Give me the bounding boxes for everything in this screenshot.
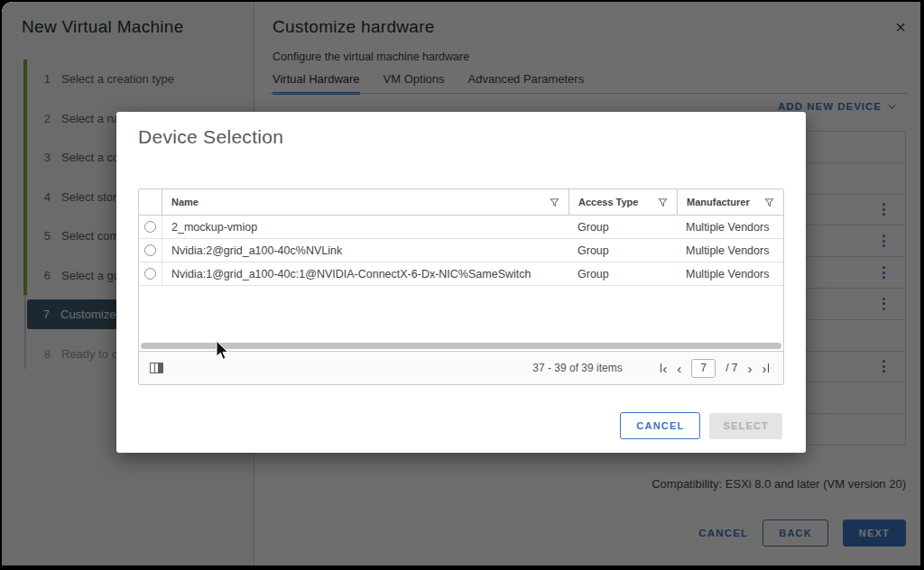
- device-manufacturer: Multiple Vendors: [677, 268, 783, 280]
- last-page-button[interactable]: ›: [762, 362, 770, 375]
- first-page-button[interactable]: ‹: [661, 362, 668, 375]
- column-settings-icon[interactable]: [150, 363, 163, 373]
- device-name: Nvidia:2@grid_a100-40c%NVLink: [171, 244, 559, 257]
- dialog-select-button[interactable]: SELECT: [709, 413, 782, 439]
- radio-button[interactable]: [144, 244, 156, 256]
- app-window: New Virtual Machine 1 Select a creation …: [2, 2, 920, 565]
- device-name: 2_mockup-vmiop: [171, 221, 559, 234]
- column-header-manufacturer: Manufacturer: [677, 189, 783, 215]
- horizontal-scrollbar[interactable]: [141, 343, 781, 349]
- radio-button[interactable]: [144, 268, 156, 280]
- page-total: / 7: [725, 362, 737, 374]
- column-header-access-type: Access Type: [568, 189, 677, 215]
- radio-button[interactable]: [144, 221, 156, 233]
- filter-icon[interactable]: [658, 198, 668, 207]
- device-manufacturer: Multiple Vendors: [677, 221, 783, 234]
- items-count: 37 - 39 of 39 items: [532, 362, 622, 374]
- device-access-type: Group: [568, 244, 677, 257]
- prev-page-button[interactable]: ‹: [677, 362, 681, 375]
- filter-icon[interactable]: [764, 198, 774, 207]
- filter-icon[interactable]: [550, 198, 559, 207]
- device-row[interactable]: 2_mockup-vmiop Group Multiple Vendors: [139, 216, 783, 239]
- device-row[interactable]: Nvidia:1@grid_a100-40c:1@NVIDIA-ConnectX…: [139, 262, 783, 286]
- device-access-type: Group: [568, 268, 677, 280]
- dialog-cancel-button[interactable]: CANCEL: [620, 412, 700, 439]
- column-header-name: Name: [162, 197, 568, 207]
- pagination: ‹ ‹ / 7 › ›: [661, 359, 769, 378]
- device-selection-dialog: Device Selection Name Access Type Manufa…: [116, 112, 806, 453]
- device-access-type: Group: [568, 221, 677, 234]
- device-table: Name Access Type Manufacturer 2_mockup-v…: [138, 188, 784, 385]
- next-page-button[interactable]: ›: [748, 362, 753, 375]
- column-label: Name: [171, 197, 546, 207]
- table-header: Name Access Type Manufacturer: [139, 189, 783, 216]
- table-empty-area: [139, 286, 783, 343]
- device-row[interactable]: Nvidia:2@grid_a100-40c%NVLink Group Mult…: [139, 239, 783, 262]
- radio-column-header: [139, 189, 162, 215]
- column-label: Access Type: [578, 197, 654, 207]
- dialog-buttons: CANCEL SELECT: [620, 412, 782, 439]
- page-input[interactable]: [691, 359, 716, 378]
- column-label: Manufacturer: [687, 197, 761, 207]
- dialog-title: Device Selection: [138, 126, 283, 148]
- device-manufacturer: Multiple Vendors: [677, 244, 783, 257]
- device-name: Nvidia:1@grid_a100-40c:1@NVIDIA-ConnectX…: [171, 268, 559, 280]
- table-footer: 37 - 39 of 39 items ‹ ‹ / 7 › ›: [139, 351, 783, 384]
